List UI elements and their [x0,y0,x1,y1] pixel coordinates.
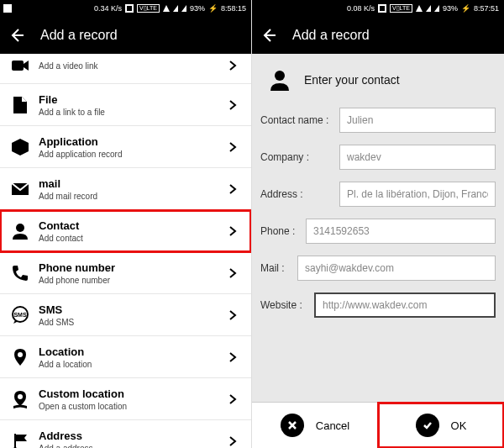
status-time: 8:57:51 [474,4,499,13]
screen-record-list: 0.34 K/s V▯LTE 93% ⚡ 8:58:15 Add a recor… [0,0,252,448]
screen-contact-form: 0.08 K/s V▯LTE 93% ⚡ 8:57:51 Add a recor… [252,0,504,448]
status-bar: 0.08 K/s V▯LTE 93% ⚡ 8:57:51 [252,0,504,17]
svg-point-7 [18,352,23,357]
input-phone[interactable] [306,219,496,244]
sms-icon: SMS [10,305,30,325]
status-battery: 93% [190,4,205,13]
appbar-title: Add a record [40,28,118,43]
svg-rect-9 [14,434,16,449]
svg-rect-12 [380,6,385,11]
contact-icon [267,67,292,92]
address-icon [10,431,30,449]
svg-point-13 [275,71,285,81]
label-phone: Phone : [260,225,301,237]
list-item-custom-location[interactable]: Custom locationOpen a custom location [0,378,251,420]
notification-icon [3,4,12,13]
status-time: 8:58:15 [221,4,246,13]
app-bar: Add a record [252,17,504,54]
input-mail[interactable] [297,256,496,281]
list-item-video[interactable]: Add a video link [0,54,251,84]
status-speed: 0.34 K/s [94,4,122,13]
form-header: Enter your contact [252,54,504,108]
charging-icon: ⚡ [208,4,218,13]
svg-rect-2 [12,61,24,71]
signal-icon [434,5,439,12]
app-bar: Add a record [0,17,251,54]
list-item-location[interactable]: LocationAdd a location [0,336,251,378]
status-speed: 0.08 K/s [347,4,375,13]
chevron-right-icon [228,142,243,152]
signal-icon [426,5,431,12]
cancel-button[interactable]: Cancel [252,403,378,448]
input-company[interactable] [339,145,496,170]
signal-icon [181,5,186,12]
list-item-phone[interactable]: Phone numberAdd phone number [0,252,251,294]
location-icon [10,347,30,367]
volte-icon: V▯LTE [137,4,160,13]
row-mail: Mail : [260,256,496,281]
svg-rect-1 [127,6,132,11]
row-address: Address : [260,182,496,207]
mail-icon [10,179,30,199]
row-website: Website : [260,293,496,318]
list-item-sms[interactable]: SMS SMSAdd SMS [0,294,251,336]
chevron-right-icon [228,352,243,362]
signal-icon [173,5,178,12]
list-item-address[interactable]: AddressAdd a address [0,420,251,448]
wifi-icon [163,5,170,12]
input-website[interactable] [314,293,496,318]
file-icon [10,95,30,115]
chevron-right-icon [228,61,243,71]
label-company: Company : [260,151,334,163]
chevron-right-icon [228,184,243,194]
list-item-mail[interactable]: mailAdd mail record [0,168,251,210]
application-icon [10,137,30,157]
back-icon[interactable] [8,27,25,44]
back-icon[interactable] [260,27,277,44]
label-website: Website : [260,299,309,311]
ok-label: OK [451,419,467,432]
form-footer: Cancel OK [252,402,504,448]
list-item-file[interactable]: FileAdd a link to a file [0,84,251,126]
cancel-label: Cancel [316,419,349,432]
nfc-icon [125,4,134,13]
svg-point-4 [16,224,24,232]
chevron-right-icon [228,394,243,404]
volte-icon: V▯LTE [390,4,412,13]
input-contact-name[interactable] [339,108,496,133]
label-contact-name: Contact name : [260,114,334,126]
list-item-application[interactable]: ApplicationAdd application record [0,126,251,168]
wifi-icon [416,5,423,12]
row-phone: Phone : [260,219,496,244]
status-bar: 0.34 K/s V▯LTE 93% ⚡ 8:58:15 [0,0,251,17]
video-icon [10,55,30,76]
chevron-right-icon [228,226,243,236]
svg-point-8 [18,394,23,399]
ok-icon [416,414,439,437]
charging-icon: ⚡ [461,4,470,13]
row-company: Company : [260,145,496,170]
chevron-right-icon [228,310,243,320]
ok-button[interactable]: OK [378,403,504,448]
chevron-right-icon [228,100,243,110]
contact-form: Enter your contact Contact name : Compan… [252,54,504,448]
label-mail: Mail : [260,262,292,274]
phone-icon [10,263,30,283]
chevron-right-icon [228,436,243,446]
form-header-text: Enter your contact [304,73,400,87]
chevron-right-icon [228,268,243,278]
list-item-contact[interactable]: ContactAdd contact [0,210,251,252]
record-type-list: Add a video link FileAdd a link to a fil… [0,54,251,448]
status-battery: 93% [443,4,458,13]
appbar-title: Add a record [292,28,370,43]
cancel-icon [281,414,304,437]
input-address[interactable] [339,182,496,207]
label-address: Address : [260,188,334,200]
custom-location-icon [10,389,30,409]
svg-text:SMS: SMS [13,312,27,318]
nfc-icon [378,4,386,13]
row-contact-name: Contact name : [260,108,496,133]
contact-icon [10,221,30,241]
